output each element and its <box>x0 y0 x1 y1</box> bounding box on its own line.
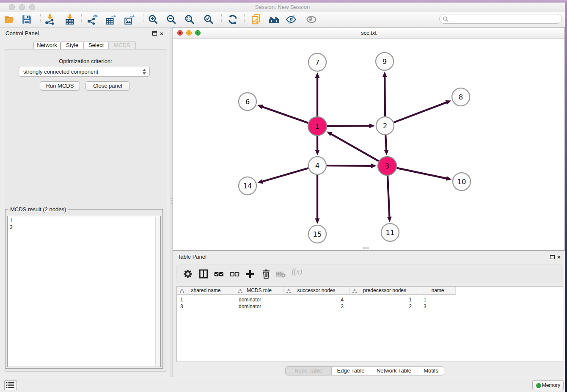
table-panel-close-icon[interactable]: × <box>557 254 561 260</box>
table-cell[interactable]: 3 <box>420 303 456 310</box>
close-panel-button[interactable]: Close panel <box>85 81 130 91</box>
export-network-icon[interactable] <box>87 14 98 25</box>
hide-graphics-details-icon[interactable] <box>286 14 297 25</box>
graph-edge-arrowhead <box>371 163 377 168</box>
clone-network-icon[interactable] <box>250 14 261 25</box>
add-column-icon[interactable] <box>245 268 256 279</box>
select-all-icon[interactable] <box>213 268 224 279</box>
home-icon[interactable] <box>269 14 280 25</box>
tab-motifs[interactable]: Motifs <box>418 366 444 375</box>
graph-edge-2-3[interactable] <box>385 135 386 151</box>
mcds-result-title: MCDS result (2 nodes) <box>8 206 68 213</box>
graph-node-label-3: 3 <box>385 162 390 170</box>
delete-table-icon[interactable] <box>275 268 286 279</box>
network-canvas[interactable]: 1234678910111415 <box>173 39 564 251</box>
column-header-name[interactable]: name <box>420 287 456 295</box>
graph-node-label-8: 8 <box>459 93 463 101</box>
status-bar: Memory <box>0 377 565 392</box>
table-panel-title: Table Panel <box>178 254 206 260</box>
criterion-select[interactable]: strongly connected component <box>19 67 150 77</box>
tab-network[interactable]: Network <box>33 41 61 50</box>
graph-edge-4-3[interactable] <box>327 166 372 166</box>
graph-node-label-10: 10 <box>457 178 466 186</box>
zoom-selected-icon[interactable] <box>203 14 214 25</box>
control-panel-float-icon[interactable] <box>152 31 157 36</box>
graph-node-label-15: 15 <box>313 230 322 238</box>
network-window-title: scc.txt <box>173 30 564 36</box>
horizontal-splitter-grip[interactable] <box>363 247 369 249</box>
table-settings-gear-icon[interactable] <box>182 268 193 279</box>
column-header-predecessor-nodes[interactable]: predecessor nodes <box>350 287 420 295</box>
import-network-icon[interactable] <box>44 14 55 25</box>
column-header-mcds-role[interactable]: MCDS role <box>235 287 284 295</box>
search-icon <box>443 16 449 22</box>
node-table: shared nameMCDS rolesuccessor nodesprede… <box>176 286 563 362</box>
network-window-titlebar[interactable]: × − + scc.txt <box>173 28 564 39</box>
table-cell[interactable]: 3 <box>284 303 350 310</box>
table-cell[interactable]: 2 <box>350 303 420 310</box>
tab-node-table[interactable]: Node Table <box>285 366 332 375</box>
main-toolbar <box>0 12 565 28</box>
open-session-icon[interactable] <box>4 14 15 25</box>
table-cell[interactable]: 1 <box>420 296 456 303</box>
tab-network-table[interactable]: Network Table <box>370 366 418 375</box>
tab-select[interactable]: Select <box>84 41 108 50</box>
graph-edge-arrowhead <box>257 105 263 109</box>
zoom-in-icon[interactable] <box>148 14 159 25</box>
import-table-icon[interactable] <box>64 14 75 25</box>
table-cell[interactable]: 4 <box>284 296 350 303</box>
search-input[interactable] <box>439 14 562 24</box>
show-columns-icon[interactable] <box>198 268 209 279</box>
graph-node-label-14: 14 <box>243 182 252 190</box>
graph-edge-3-10[interactable] <box>397 168 448 179</box>
task-history-button[interactable] <box>4 380 17 390</box>
desktop-wallpaper-strip <box>565 3 567 392</box>
graph-edge-4-14[interactable] <box>261 168 308 182</box>
graph-edge-arrowhead <box>387 217 392 222</box>
network-view-window: × − + scc.txt 1234678910111415 <box>173 27 565 251</box>
graph-edge-1-2[interactable] <box>327 126 371 126</box>
export-image-icon[interactable] <box>124 14 135 25</box>
graph-edge-1-6[interactable] <box>261 106 308 123</box>
delete-column-icon[interactable] <box>261 268 272 279</box>
save-session-icon[interactable] <box>21 14 32 25</box>
tab-edge-table[interactable]: Edge Table <box>332 366 370 375</box>
zoom-out-icon[interactable] <box>166 14 177 25</box>
tab-style[interactable]: Style <box>61 41 84 50</box>
graph-edge-arrowhead <box>383 72 387 77</box>
function-builder-icon[interactable]: f(x) <box>292 268 302 276</box>
control-panel-tabs: NetworkStyleSelectMCDS <box>0 41 171 50</box>
table-cell[interactable]: 1 <box>350 296 420 303</box>
table-cell[interactable]: 1 <box>177 296 235 303</box>
deselect-all-icon[interactable] <box>229 268 240 279</box>
toolbar-separator <box>244 14 245 25</box>
memory-status-icon <box>536 383 541 388</box>
application-window: Session: New Session <box>0 0 567 392</box>
control-panel-title: Control Panel <box>6 30 39 36</box>
memory-button[interactable]: Memory <box>532 380 564 390</box>
mcds-result-scrollbar[interactable] <box>155 217 160 366</box>
graph-edge-arrowhead <box>315 218 320 224</box>
refresh-icon[interactable] <box>227 14 238 25</box>
run-mcds-button[interactable]: Run MCDS <box>40 81 80 91</box>
column-header-shared-name[interactable]: shared name <box>177 287 235 295</box>
export-table-icon[interactable] <box>105 14 116 25</box>
column-header-successor-nodes[interactable]: successor nodes <box>284 287 350 295</box>
graph-edge-2-8[interactable] <box>394 102 448 122</box>
birdseye-view-icon[interactable] <box>306 14 317 25</box>
table-cell[interactable]: 3 <box>177 303 235 310</box>
table-cell[interactable]: dominator <box>235 296 284 303</box>
toolbar-separator <box>81 14 82 25</box>
table-cell[interactable]: dominator <box>235 303 284 310</box>
table-panel-float-icon[interactable] <box>550 255 555 259</box>
graph-edge-2-9[interactable] <box>385 76 385 116</box>
window-titlebar[interactable]: Session: New Session <box>0 3 565 12</box>
zoom-fit-icon[interactable] <box>184 14 195 25</box>
criterion-value: strongly connected component <box>23 69 98 75</box>
mcds-result-textarea[interactable]: 1 3 <box>7 216 161 367</box>
toolbar-separator <box>221 14 222 25</box>
tab-mcds[interactable]: MCDS <box>108 41 136 50</box>
graph-edge-3-1[interactable] <box>330 133 379 161</box>
control-panel-close-icon[interactable]: × <box>160 31 163 36</box>
graph-edge-3-11[interactable] <box>388 176 389 218</box>
